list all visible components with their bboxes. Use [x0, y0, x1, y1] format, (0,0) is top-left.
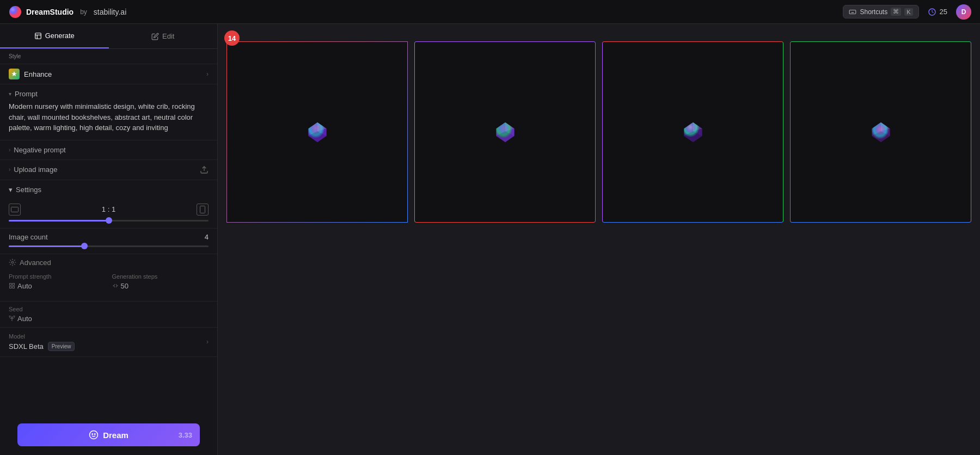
gem-icon-3 [679, 119, 707, 146]
svg-point-6 [11, 261, 14, 263]
svg-rect-4 [11, 207, 19, 212]
svg-rect-10 [13, 286, 15, 288]
prompt-strength-item: Prompt strength Auto [9, 273, 106, 290]
generation-steps-value: 50 [112, 282, 209, 290]
prompt-text[interactable]: Modern nursery with minimalistic design,… [0, 101, 217, 140]
svg-point-11 [92, 434, 93, 435]
model-preview-badge: Preview [48, 342, 75, 351]
generation-steps-item: Generation steps 50 [112, 273, 209, 290]
upload-image-row[interactable]: › Upload image [0, 160, 217, 180]
prompt-header[interactable]: ▾ Prompt [0, 84, 217, 101]
svg-rect-1 [850, 10, 856, 14]
credits-display: 25 [928, 8, 947, 16]
image-count-slider-thumb[interactable] [81, 243, 88, 249]
aspect-landscape-icon[interactable] [9, 204, 21, 216]
aspect-portrait-icon[interactable] [197, 204, 209, 216]
prompt-chevron-icon: ▾ [9, 91, 11, 97]
image-count-section: Image count 4 [0, 229, 217, 254]
prompt-strength-label: Prompt strength [9, 273, 106, 280]
negative-prompt-row[interactable]: › Negative prompt [0, 140, 217, 160]
svg-rect-8 [13, 284, 15, 286]
seed-label: Seed [9, 306, 209, 312]
enhance-icon [9, 69, 20, 79]
style-label: Style [9, 53, 21, 59]
svg-point-12 [95, 434, 96, 435]
sidebar-content: Style Enhance › ▾ Prompt [0, 49, 217, 415]
image-count-label: Image count [9, 233, 48, 241]
prompt-section: ▾ Prompt Modern nursery with minimalisti… [0, 84, 217, 140]
kbd2: K [904, 8, 912, 16]
advanced-grid: Prompt strength Auto Generation steps [9, 273, 209, 290]
seed-value: Auto [9, 315, 209, 323]
svg-rect-2 [35, 33, 41, 39]
aspect-ratio-section: 1 : 1 [0, 199, 217, 229]
dream-icon [89, 430, 99, 440]
svg-rect-9 [10, 286, 12, 288]
credits-icon [928, 8, 936, 16]
generate-icon [34, 32, 42, 40]
app-by: by [80, 8, 87, 16]
settings-chevron-icon: ▾ [9, 186, 13, 194]
model-chevron-icon: › [206, 338, 209, 346]
style-enhance-label: Enhance [24, 70, 52, 78]
upload-left: › Upload image [9, 165, 58, 174]
generation-steps-text: 50 [121, 282, 128, 290]
svg-rect-5 [200, 206, 205, 213]
model-left: Model SDXL Beta Preview [9, 333, 75, 351]
dream-label: Dream [103, 431, 128, 440]
advanced-section: Advanced Prompt strength Auto Generati [0, 254, 217, 302]
gem-icon-1 [304, 119, 331, 146]
negative-prompt-chevron-icon: › [9, 147, 10, 153]
gem-icon-4 [867, 119, 895, 146]
aspect-slider-thumb[interactable] [106, 217, 112, 224]
gem-icon-2 [492, 119, 519, 146]
shortcuts-label: Shortcuts [860, 8, 887, 16]
prompt-strength-value: Auto [9, 282, 106, 290]
header: DreamStudio by stability.ai Shortcuts ⌘ … [0, 0, 980, 24]
style-enhance-row[interactable]: Enhance › [0, 64, 217, 84]
company-name: stability.ai [94, 8, 126, 16]
model-label: Model [9, 333, 75, 340]
style-enhance-left: Enhance [9, 69, 52, 79]
tab-generate-label: Generate [45, 32, 75, 40]
style-chevron-icon: › [206, 70, 209, 78]
header-right: Shortcuts ⌘ K 25 D [843, 4, 971, 20]
seed-text: Auto [17, 315, 32, 323]
header-left: DreamStudio by stability.ai [9, 5, 126, 19]
canvas: 14 [218, 24, 980, 455]
aspect-slider-fill [9, 220, 109, 222]
avatar[interactable]: D [956, 4, 971, 20]
image-card-3[interactable] [602, 41, 783, 223]
settings-header[interactable]: ▾ Settings [0, 180, 217, 199]
advanced-icon [9, 259, 16, 266]
svg-point-0 [9, 6, 21, 18]
dream-cost: 3.33 [179, 431, 192, 439]
advanced-row[interactable]: Advanced [9, 259, 209, 267]
tab-bar: Generate Edit [0, 24, 217, 49]
style-row[interactable]: Style [0, 49, 217, 64]
shortcuts-button[interactable]: Shortcuts ⌘ K [843, 5, 918, 19]
canvas-number-badge: 14 [224, 30, 240, 46]
model-name-row: SDXL Beta Preview [9, 342, 75, 351]
tab-edit[interactable]: Edit [109, 24, 218, 48]
advanced-label: Advanced [20, 259, 51, 267]
dream-button-container: Dream 3.33 [0, 415, 217, 455]
image-count-header: Image count 4 [9, 233, 209, 241]
tab-generate[interactable]: Generate [0, 24, 109, 48]
image-grid [226, 41, 971, 223]
edit-icon [151, 33, 159, 40]
keyboard-icon [849, 8, 856, 16]
image-card-2[interactable] [414, 41, 596, 223]
seed-icon [9, 315, 15, 322]
model-section[interactable]: Model SDXL Beta Preview › [0, 328, 217, 357]
dream-button[interactable]: Dream 3.33 [17, 423, 200, 446]
style-left: Style [9, 53, 21, 59]
generation-steps-icon [112, 282, 119, 289]
settings-label: Settings [16, 186, 41, 194]
image-card-4[interactable] [790, 41, 971, 223]
negative-prompt-label: Negative prompt [14, 146, 65, 154]
generation-steps-label: Generation steps [112, 273, 209, 280]
image-card-1[interactable] [226, 41, 408, 223]
main-layout: Generate Edit Style [0, 24, 980, 455]
image-count-slider-track [9, 245, 209, 247]
